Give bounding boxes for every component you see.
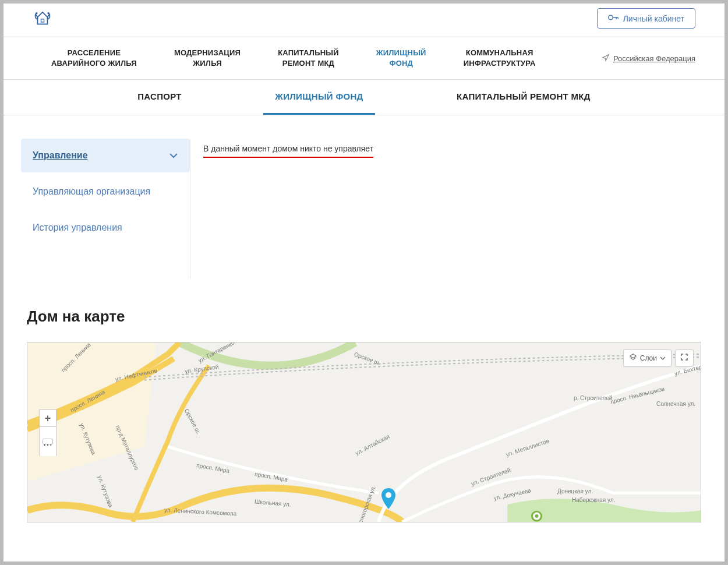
tab-passport[interactable]: ПАСПОРТ <box>126 91 193 115</box>
zoom-handle[interactable]: ⋯ <box>43 439 53 444</box>
map-section: Дом на карте просп. Ленинаул. Нефтяников… <box>3 290 725 522</box>
header: Личный кабинет <box>3 3 725 37</box>
map-fullscreen-button[interactable] <box>675 349 694 366</box>
map-top-controls: Слои <box>623 349 694 366</box>
main-panel: В данный момент домом никто не управляет <box>190 139 707 278</box>
svg-point-0 <box>36 12 37 13</box>
map-road-label: р. Строителей <box>574 395 612 401</box>
tab-capital-repair[interactable]: КАПИТАЛЬНЫЙ РЕМОНТ МКД <box>445 91 602 115</box>
chevron-down-icon <box>660 354 666 362</box>
svg-point-6 <box>535 514 539 518</box>
layers-icon <box>629 353 637 363</box>
login-button[interactable]: Личный кабинет <box>597 8 695 29</box>
map-title: Дом на карте <box>27 308 701 326</box>
svg-point-3 <box>608 15 613 20</box>
map-zoom-controls: + ⋯ − <box>39 409 56 456</box>
nav-item-capital-repair[interactable]: КАПИТАЛЬНЫЙРЕМОНТ МКД <box>259 48 358 69</box>
sidebar-item-managing-org[interactable]: Управляющая организация <box>21 175 190 209</box>
content-area: Управление Управляющая организация Истор… <box>3 115 725 290</box>
no-management-notice: В данный момент домом никто не управляет <box>203 144 373 158</box>
login-label: Личный кабинет <box>623 14 684 23</box>
expand-icon <box>681 354 688 362</box>
tab-housing-fund[interactable]: ЖИЛИЩНЫЙ ФОНД <box>263 91 374 115</box>
region-label: Российская Федерация <box>613 54 695 63</box>
sidebar-item-history[interactable]: История управления <box>21 211 190 245</box>
chevron-down-icon <box>169 150 178 161</box>
zoom-slider[interactable]: ⋯ <box>39 427 56 456</box>
nav-item-resettlement[interactable]: РАССЕЛЕНИЕАВАРИЙНОГО ЖИЛЬЯ <box>33 48 156 69</box>
location-arrow-icon <box>602 54 610 63</box>
sidebar-item-management[interactable]: Управление <box>21 139 190 172</box>
map-pin-icon <box>381 488 395 511</box>
key-icon <box>608 13 619 23</box>
site-logo[interactable] <box>33 10 52 27</box>
main-nav: РАССЕЛЕНИЕАВАРИЙНОГО ЖИЛЬЯ МОДЕРНИЗАЦИЯЖ… <box>3 37 725 80</box>
sidebar: Управление Управляющая организация Истор… <box>21 139 190 278</box>
svg-point-1 <box>48 12 50 13</box>
map-road-label: Донецкая ул. <box>557 488 593 495</box>
svg-point-7 <box>386 492 391 498</box>
sub-nav: ПАСПОРТ ЖИЛИЩНЫЙ ФОНД КАПИТАЛЬНЫЙ РЕМОНТ… <box>3 80 725 115</box>
map-road-label: Солнечная ул. <box>656 401 695 407</box>
region-selector[interactable]: Российская Федерация <box>602 54 695 63</box>
nav-item-modernization[interactable]: МОДЕРНИЗАЦИЯЖИЛЬЯ <box>156 48 259 69</box>
map-container[interactable]: просп. Ленинаул. Нефтяниковул. Крупскойу… <box>27 342 701 522</box>
nav-item-housing-fund[interactable]: ЖИЛИЩНЫЙФОНД <box>358 48 445 69</box>
map-layers-button[interactable]: Слои <box>623 349 672 366</box>
map-road-label: Набережная ул. <box>572 497 615 503</box>
map-background <box>27 342 701 522</box>
zoom-in-button[interactable]: + <box>39 409 56 427</box>
nav-item-infrastructure[interactable]: КОММУНАЛЬНАЯИНФРАСТРУКТУРА <box>445 48 554 69</box>
svg-rect-2 <box>41 19 44 22</box>
